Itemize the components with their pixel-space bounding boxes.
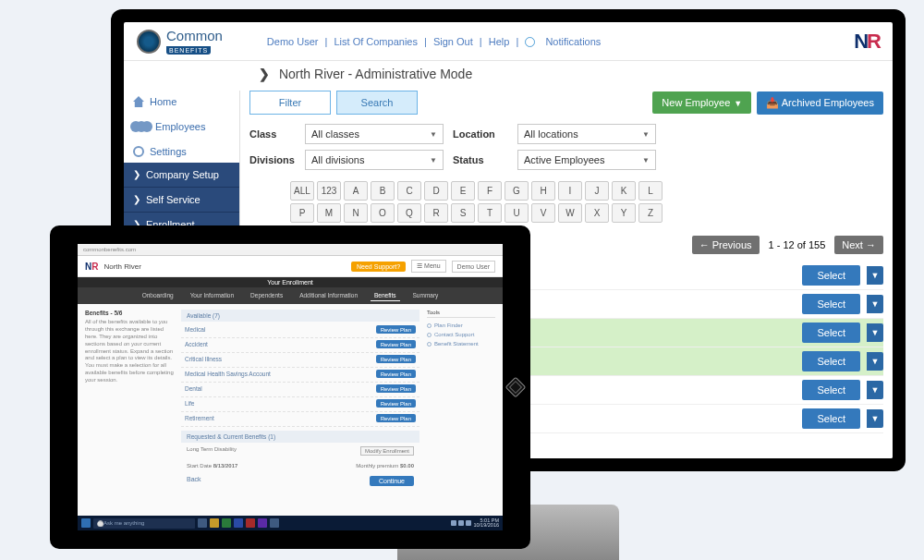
select-button[interactable]: Select	[802, 380, 860, 400]
alpha-J[interactable]: J	[585, 181, 609, 201]
review-plan-button[interactable]: Review Plan	[376, 414, 416, 422]
alpha-I[interactable]: I	[558, 181, 582, 201]
class-select[interactable]: All classes▼	[305, 124, 444, 144]
back-button[interactable]: Back	[187, 476, 201, 486]
tool-link[interactable]: Plan Finder	[427, 321, 495, 330]
sidebar-item-settings[interactable]: Settings	[124, 140, 239, 163]
alpha-R[interactable]: R	[424, 203, 448, 223]
select-button[interactable]: Select	[802, 408, 860, 429]
taskbar-clock[interactable]: 5:01 PM10/19/2016	[473, 518, 499, 529]
select-button[interactable]: Select	[802, 351, 860, 371]
review-plan-button[interactable]: Review Plan	[376, 340, 416, 348]
alpha-L[interactable]: L	[638, 181, 663, 201]
menu-button[interactable]: ☰ Menu	[411, 260, 445, 273]
location-select[interactable]: All locations▼	[517, 124, 656, 144]
alpha-Y[interactable]: Y	[612, 203, 636, 223]
review-plan-button[interactable]: Review Plan	[376, 384, 416, 393]
status-select[interactable]: Active Employees▼	[517, 150, 656, 170]
review-plan-button[interactable]: Review Plan	[376, 355, 416, 363]
select-dropdown[interactable]: ▼	[867, 266, 883, 285]
alpha-O[interactable]: O	[371, 203, 395, 223]
alpha-123[interactable]: 123	[317, 181, 341, 201]
alpha-U[interactable]: U	[505, 203, 529, 223]
next-page-button[interactable]: Next →	[834, 236, 883, 254]
alpha-B[interactable]: B	[371, 181, 395, 201]
divisions-select[interactable]: All divisions▼	[305, 150, 444, 170]
alpha-P[interactable]: P	[290, 203, 314, 223]
continue-button[interactable]: Continue	[370, 476, 414, 486]
select-dropdown[interactable]: ▼	[867, 409, 883, 428]
alpha-D[interactable]: D	[424, 181, 448, 201]
tray-icon[interactable]	[458, 520, 464, 526]
link-signout[interactable]: Sign Out	[433, 36, 473, 47]
taskbar-app-icon[interactable]	[210, 518, 219, 528]
alpha-K[interactable]: K	[612, 181, 636, 201]
select-button[interactable]: Select	[802, 294, 860, 314]
tool-link[interactable]: Benefit Statement	[427, 339, 495, 348]
enroll-step[interactable]: Dependents	[247, 290, 286, 301]
alpha-X[interactable]: X	[585, 203, 609, 223]
taskbar-app-icon[interactable]	[258, 518, 267, 528]
alpha-A[interactable]: A	[344, 181, 368, 201]
enroll-step[interactable]: Additional Information	[296, 290, 361, 301]
alpha-ALL[interactable]: ALL	[290, 181, 314, 201]
windows-button-icon[interactable]	[505, 377, 527, 398]
alpha-G[interactable]: G	[505, 181, 529, 201]
browser-url-bar[interactable]: commonbenefits.com	[78, 244, 503, 256]
tool-link[interactable]: Contact Support	[427, 330, 495, 339]
select-button[interactable]: Select	[802, 323, 860, 343]
select-dropdown[interactable]: ▼	[867, 381, 883, 399]
review-plan-button[interactable]: Review Plan	[376, 399, 416, 408]
alpha-T[interactable]: T	[478, 203, 502, 223]
alpha-F[interactable]: F	[478, 181, 502, 201]
taskbar-app-icon[interactable]	[246, 518, 255, 528]
modify-enrollment-button[interactable]: Modify Enrollment	[360, 446, 414, 456]
user-menu-button[interactable]: Demo User	[452, 261, 495, 273]
select-dropdown[interactable]: ▼	[867, 352, 883, 371]
taskbar-app-icon[interactable]	[234, 518, 243, 528]
enroll-step[interactable]: Summary	[409, 290, 443, 301]
current-accordion[interactable]: Requested & Current Benefits (1)	[181, 431, 419, 443]
alpha-H[interactable]: H	[531, 181, 555, 201]
select-dropdown[interactable]: ▼	[867, 323, 883, 342]
enroll-step[interactable]: Your Information	[187, 290, 237, 301]
archived-employees-button[interactable]: 📥 Archived Employees	[757, 91, 883, 115]
review-plan-button[interactable]: Review Plan	[376, 370, 416, 378]
alpha-S[interactable]: S	[451, 203, 475, 223]
alpha-E[interactable]: E	[451, 181, 475, 201]
enroll-step[interactable]: Onboarding	[139, 290, 177, 301]
tab-filter[interactable]: Filter	[249, 91, 331, 115]
sidebar-item-self-service[interactable]: ❯Self Service	[124, 188, 239, 213]
enroll-step[interactable]: Benefits	[371, 290, 400, 301]
alpha-M[interactable]: M	[317, 203, 341, 223]
tab-search[interactable]: Search	[336, 91, 418, 115]
available-accordion[interactable]: Available (7)	[181, 310, 419, 322]
link-demo-user[interactable]: Demo User	[267, 36, 319, 47]
taskbar-app-icon[interactable]	[222, 518, 231, 528]
review-plan-button[interactable]: Review Plan	[376, 325, 416, 334]
tray-icon[interactable]	[451, 520, 456, 526]
new-employee-button[interactable]: New Employee▼	[652, 91, 751, 114]
link-help[interactable]: Help	[489, 36, 510, 47]
link-notifications[interactable]: Notifications	[545, 36, 601, 47]
select-button[interactable]: Select	[802, 265, 860, 286]
sidebar-item-home[interactable]: Home	[124, 91, 239, 113]
tray-icon[interactable]	[466, 520, 471, 526]
taskbar-app-icon[interactable]	[270, 518, 279, 528]
need-support-button[interactable]: Need Support?	[351, 262, 406, 272]
cortana-search[interactable]: ⚪ Ask me anything	[93, 518, 195, 529]
alpha-C[interactable]: C	[397, 181, 421, 201]
select-dropdown[interactable]: ▼	[867, 295, 883, 313]
alpha-V[interactable]: V	[531, 203, 555, 223]
taskbar-app-icon[interactable]	[198, 518, 207, 528]
sidebar-item-employees[interactable]: Employees	[124, 113, 239, 140]
alpha-Z[interactable]: Z	[638, 203, 663, 223]
alpha-W[interactable]: W	[558, 203, 582, 223]
alpha-Q[interactable]: Q	[397, 203, 421, 223]
prev-page-button[interactable]: ← Previous	[692, 236, 760, 254]
start-icon[interactable]	[81, 518, 91, 528]
alpha-N[interactable]: N	[344, 203, 368, 223]
notification-icon[interactable]	[525, 37, 535, 47]
sidebar-item-company-setup[interactable]: ❯Company Setup	[124, 163, 239, 188]
link-companies[interactable]: List Of Companies	[334, 36, 417, 47]
